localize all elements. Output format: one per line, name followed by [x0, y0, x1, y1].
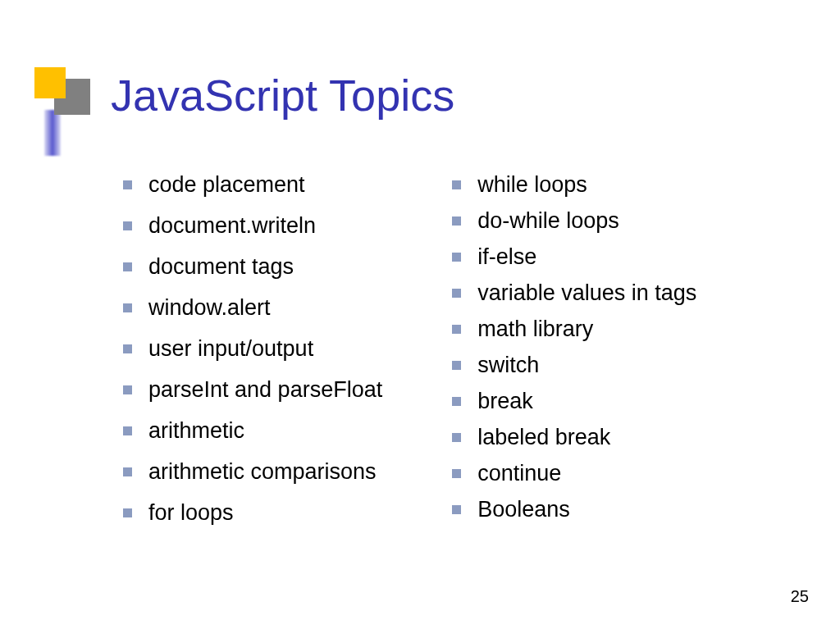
- page-number: 25: [791, 587, 809, 606]
- list-item: Booleans: [452, 497, 696, 522]
- bullet-icon: [123, 385, 132, 394]
- list-item-text: break: [477, 389, 533, 414]
- bullet-icon: [452, 253, 461, 262]
- bullet-icon: [452, 505, 461, 514]
- list-item: if-else: [452, 244, 696, 270]
- list-item-text: continue: [477, 461, 561, 486]
- bullet-icon: [123, 426, 132, 435]
- decoration-yellow-square: [34, 67, 66, 98]
- list-item-text: math library: [477, 317, 593, 342]
- bullet-icon: [123, 303, 132, 312]
- list-item-text: code placement: [148, 172, 305, 198]
- slide-title: JavaScript Topics: [111, 70, 454, 121]
- list-item: do-while loops: [452, 208, 696, 234]
- list-item: break: [452, 389, 696, 414]
- bullet-icon: [452, 289, 461, 298]
- slide-content: code placementdocument.writelndocument t…: [123, 172, 696, 541]
- list-item: document tags: [123, 254, 382, 280]
- list-item: while loops: [452, 172, 696, 198]
- bullet-icon: [452, 397, 461, 406]
- list-item: arithmetic comparisons: [123, 459, 382, 485]
- bullet-icon: [452, 217, 461, 226]
- bullet-icon: [452, 325, 461, 334]
- list-item-text: variable values in tags: [477, 280, 696, 306]
- list-item: document.writeln: [123, 213, 382, 239]
- list-item-text: Booleans: [477, 497, 570, 522]
- list-item: labeled break: [452, 425, 696, 450]
- list-item-text: for loops: [148, 500, 234, 526]
- list-item: window.alert: [123, 295, 382, 321]
- list-item: parseInt and parseFloat: [123, 377, 382, 403]
- bullet-icon: [123, 508, 132, 517]
- list-item: for loops: [123, 500, 382, 526]
- bullet-icon: [123, 467, 132, 476]
- bullet-icon: [123, 344, 132, 353]
- list-item-text: arithmetic: [148, 418, 244, 444]
- left-column: code placementdocument.writelndocument t…: [123, 172, 382, 541]
- slide-decoration: [34, 67, 92, 157]
- list-item-text: arithmetic comparisons: [148, 459, 377, 485]
- list-item-text: do-while loops: [477, 208, 619, 234]
- list-item-text: if-else: [477, 244, 536, 270]
- bullet-icon: [123, 180, 132, 189]
- bullet-icon: [452, 361, 461, 370]
- list-item: continue: [452, 461, 696, 486]
- list-item: switch: [452, 353, 696, 378]
- list-item: math library: [452, 317, 696, 342]
- bullet-icon: [452, 180, 461, 189]
- decoration-blue-bar: [44, 110, 61, 156]
- bullet-icon: [452, 469, 461, 478]
- list-item-text: while loops: [477, 172, 587, 198]
- list-item-text: document.writeln: [148, 213, 316, 239]
- list-item: variable values in tags: [452, 280, 696, 306]
- bullet-icon: [123, 262, 132, 271]
- list-item-text: window.alert: [148, 295, 271, 321]
- list-item: code placement: [123, 172, 382, 198]
- list-item: arithmetic: [123, 418, 382, 444]
- list-item: user input/output: [123, 336, 382, 362]
- right-column: while loopsdo-while loopsif-elsevariable…: [452, 172, 696, 541]
- list-item-text: document tags: [148, 254, 294, 280]
- list-item-text: labeled break: [477, 425, 610, 450]
- list-item-text: switch: [477, 353, 539, 378]
- bullet-icon: [452, 433, 461, 442]
- bullet-icon: [123, 221, 132, 230]
- list-item-text: parseInt and parseFloat: [148, 377, 382, 403]
- list-item-text: user input/output: [148, 336, 313, 362]
